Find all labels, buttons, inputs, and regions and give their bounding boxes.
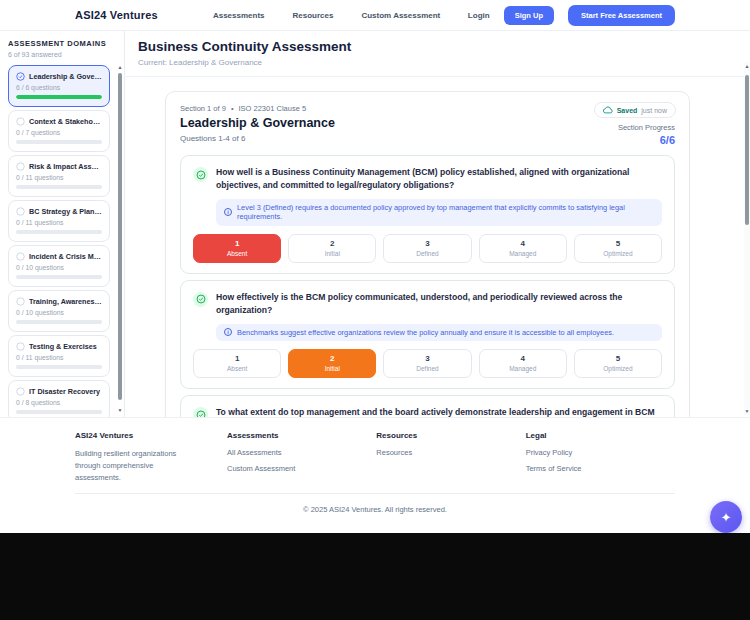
sidebar-item-leadership-governance[interactable]: Leadership & Govern… 6 / 6 questions [8, 65, 110, 107]
section-number: Section 1 of 9 [180, 104, 226, 113]
rating-scale: 1 Absent 2 Initial 3 Defined 4 Managed [193, 234, 662, 263]
main-content: Business Continuity Assessment Current: … [125, 31, 744, 417]
page-header: Business Continuity Assessment Current: … [125, 31, 744, 77]
check-circle-icon [16, 72, 25, 81]
progress-bar [16, 410, 102, 414]
progress-bar [16, 185, 102, 189]
assessment-domains-sidebar: ASSESSMENT DOMAINS 6 of 93 answered Lead… [0, 31, 125, 417]
question-text: How effectively is the BCM policy commun… [216, 291, 662, 318]
footer-brand: ASI24 Ventures [75, 431, 199, 440]
scrollbar-thumb[interactable] [745, 75, 749, 225]
sidebar-item-training-awareness[interactable]: Training, Awareness … 0 / 10 questions [8, 290, 110, 332]
info-icon: i [224, 208, 232, 216]
sidebar-item-testing-exercises[interactable]: Testing & Exercises 0 / 11 questions [8, 335, 110, 377]
current-section-label: Current: Leadership & Governance [138, 58, 744, 67]
rating-2-initial[interactable]: 2 Initial [288, 234, 376, 263]
sidebar-item-count: 0 / 8 questions [16, 399, 102, 406]
sidebar-item-label: Risk & Impact Assess… [29, 162, 102, 171]
footer-resources-column: Resources Resources [376, 431, 525, 484]
hint-text: Level 3 (Defined) requires a documented … [237, 203, 654, 222]
page-footer: ASI24 Ventures Building resilient organi… [0, 417, 750, 533]
progress-bar [16, 140, 102, 144]
empty-circle-icon [16, 207, 25, 216]
footer-divider [75, 493, 675, 494]
rating-3-defined[interactable]: 3 Defined [383, 234, 471, 263]
question-card-2: How effectively is the BCM policy commun… [180, 280, 675, 389]
rating-5-optimized[interactable]: 5 Optimized [574, 349, 662, 378]
answered-check-icon [193, 407, 208, 417]
assistant-fab[interactable]: ✦ [710, 501, 742, 533]
brand-logo[interactable]: ASI24 Ventures [75, 9, 158, 21]
question-text: How well is a Business Continuity Manage… [216, 166, 662, 193]
sidebar-item-count: 6 / 6 questions [16, 84, 102, 91]
questions-range: Questions 1-4 of 6 [180, 134, 675, 143]
footer-assessments-column: Assessments All Assessments Custom Asses… [227, 431, 376, 484]
clause-label: ISO 22301 Clause 5 [239, 104, 307, 113]
footer-link-terms-of-service[interactable]: Terms of Service [526, 464, 675, 473]
answered-check-icon [193, 292, 208, 307]
page-title: Business Continuity Assessment [138, 39, 744, 54]
sidebar-item-count: 0 / 11 questions [16, 174, 102, 181]
progress-bar [16, 95, 102, 99]
empty-circle-icon [16, 252, 25, 261]
nav-link-resources[interactable]: Resources [293, 11, 334, 20]
empty-circle-icon [16, 387, 25, 396]
sidebar-item-bc-strategy[interactable]: BC Strategy & Planni… 0 / 11 questions [8, 200, 110, 242]
info-icon: i [224, 328, 232, 336]
sidebar-item-label: Testing & Exercises [29, 342, 102, 351]
progress-bar [16, 230, 102, 234]
sidebar-item-count: 0 / 10 questions [16, 264, 102, 271]
section-progress: Section Progress 6/6 [618, 123, 675, 146]
start-free-assessment-button[interactable]: Start Free Assessment [568, 5, 675, 26]
footer-legal-column: Legal Privacy Policy Terms of Service [526, 431, 675, 484]
progress-bar [16, 275, 102, 279]
window-scrollbar[interactable]: ▲ ▼ [744, 62, 750, 415]
sidebar-item-label: IT Disaster Recovery [29, 387, 102, 396]
rating-1-absent[interactable]: 1 Absent [193, 234, 281, 263]
sidebar-item-risk-impact[interactable]: Risk & Impact Assess… 0 / 11 questions [8, 155, 110, 197]
footer-brand-column: ASI24 Ventures Building resilient organi… [75, 431, 227, 484]
hint-text: Benchmarks suggest effective organizatio… [237, 328, 614, 338]
sidebar-item-label: Training, Awareness … [29, 297, 102, 306]
app-window: ASI24 Ventures Assessments Resources Cus… [0, 0, 750, 533]
top-nav: ASI24 Ventures Assessments Resources Cus… [0, 0, 750, 31]
scroll-down-icon[interactable]: ▼ [117, 407, 123, 413]
empty-circle-icon [16, 117, 25, 126]
section-title: Leadership & Governance [180, 116, 675, 130]
empty-circle-icon [16, 342, 25, 351]
scroll-up-icon[interactable]: ▲ [744, 63, 750, 69]
sidebar-item-label: BC Strategy & Planni… [29, 207, 102, 216]
footer-tagline: Building resilient organizations through… [75, 448, 199, 484]
scroll-down-icon[interactable]: ▼ [744, 408, 750, 414]
footer-link-resources[interactable]: Resources [376, 448, 525, 457]
cloud-icon [603, 106, 613, 114]
sidebar-item-label: Leadership & Govern… [29, 72, 102, 81]
footer-link-all-assessments[interactable]: All Assessments [227, 448, 376, 457]
nav-link-custom-assessment[interactable]: Custom Assessment [361, 11, 440, 20]
login-link[interactable]: Login [468, 11, 490, 20]
sidebar-item-context-stakeholders[interactable]: Context & Stakehold… 0 / 7 questions [8, 110, 110, 152]
rating-2-initial[interactable]: 2 Initial [288, 349, 376, 378]
signup-button[interactable]: Sign Up [504, 6, 554, 25]
rating-4-managed[interactable]: 4 Managed [479, 349, 567, 378]
empty-circle-icon [16, 297, 25, 306]
answered-check-icon [193, 167, 208, 182]
rating-5-optimized[interactable]: 5 Optimized [574, 234, 662, 263]
footer-link-privacy-policy[interactable]: Privacy Policy [526, 448, 675, 457]
progress-bar [16, 320, 102, 324]
nav-actions: Login Sign Up Start Free Assessment [468, 5, 675, 26]
sidebar-answered-count: 6 of 93 answered [8, 51, 110, 58]
question-text: To what extent do top management and the… [216, 406, 662, 417]
scrollbar-thumb[interactable] [118, 73, 122, 400]
nav-link-assessments[interactable]: Assessments [213, 11, 265, 20]
rating-3-defined[interactable]: 3 Defined [383, 349, 471, 378]
sidebar-item-it-disaster-recovery[interactable]: IT Disaster Recovery 0 / 8 questions [8, 380, 110, 422]
rating-4-managed[interactable]: 4 Managed [479, 234, 567, 263]
rating-1-absent[interactable]: 1 Absent [193, 349, 281, 378]
scroll-up-icon[interactable]: ▲ [117, 64, 123, 70]
sidebar-scrollbar[interactable]: ▲ ▼ [117, 64, 123, 413]
sidebar-item-incident-crisis[interactable]: Incident & Crisis Man… 0 / 10 questions [8, 245, 110, 287]
sidebar-item-label: Context & Stakehold… [29, 117, 102, 126]
progress-bar [16, 365, 102, 369]
footer-link-custom-assessment[interactable]: Custom Assessment [227, 464, 376, 473]
